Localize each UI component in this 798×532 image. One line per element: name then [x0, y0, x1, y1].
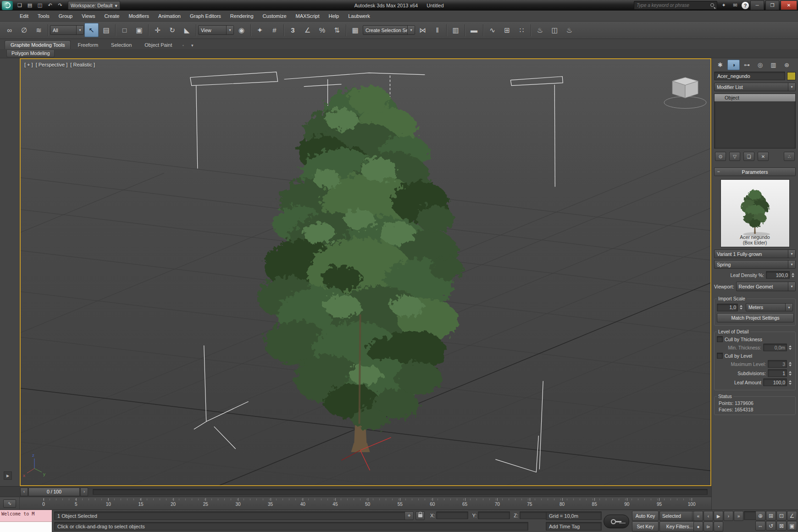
open-file-icon[interactable]: ▤ [25, 1, 34, 10]
search-icon[interactable] [710, 3, 715, 8]
reference-coordinate-dropdown[interactable]: View▾ [198, 25, 234, 35]
show-end-result-icon[interactable]: ▽ [729, 152, 740, 161]
timeline-tick[interactable]: 75 [530, 497, 562, 510]
timeline-tick[interactable]: 45 [335, 497, 368, 510]
create-panel-icon[interactable]: ✱ [714, 60, 726, 70]
workspace-dropdown[interactable]: Workspace: Default ▾ [68, 1, 120, 10]
timeline-tick[interactable]: 55 [400, 497, 432, 510]
time-slider-handle[interactable]: 0 / 100 [28, 488, 80, 496]
variant-dropdown[interactable]: Variant 1 Fully-grown ▾ [714, 249, 796, 258]
zoom-extents-icon[interactable]: ⊡ [776, 511, 787, 521]
maximum-level-field[interactable]: 3 [768, 360, 787, 368]
listener-macro-line[interactable]: Welcome to M [0, 510, 52, 521]
maximize-viewport-icon[interactable]: ▣ [787, 521, 797, 531]
menu-item-group[interactable]: Group [55, 12, 77, 20]
next-key-icon[interactable]: ⊳ [704, 521, 713, 532]
select-and-move-icon[interactable]: ✛ [150, 23, 165, 37]
timeline-tick[interactable]: 5 [76, 497, 109, 510]
subdivisions-field[interactable]: 1 [768, 369, 787, 377]
use-pivot-point-icon[interactable]: ◉ [234, 23, 249, 37]
minimize-button[interactable]: ─ [750, 0, 764, 10]
select-and-scale-icon[interactable]: ◣ [180, 23, 194, 37]
tab-freeform[interactable]: Freeform [72, 40, 104, 49]
hierarchy-panel-icon[interactable]: ⊶ [741, 60, 753, 70]
leaf-amount-field[interactable]: 100,0 [763, 378, 787, 386]
menu-item-customize[interactable]: Customize [259, 12, 291, 20]
viewport-pov-menu[interactable]: [ Perspective ] [36, 62, 68, 67]
x-coordinate-field[interactable] [436, 511, 468, 519]
timeline-tick[interactable]: 50 [368, 497, 400, 510]
keyboard-shortcut-override-icon[interactable]: # [267, 23, 282, 37]
modifier-stack-item[interactable]: Object [715, 94, 795, 101]
maximum-level-spinner[interactable] [789, 362, 793, 366]
maxscript-mini-listener[interactable]: Welcome to M [0, 510, 52, 532]
pan-icon[interactable]: ⇔ [755, 521, 765, 531]
select-and-rotate-icon[interactable]: ↻ [165, 23, 179, 37]
communication-center-icon[interactable]: ✉ [731, 1, 740, 10]
subdivisions-spinner[interactable] [789, 371, 793, 376]
search-input[interactable] [636, 2, 710, 8]
menu-item-edit[interactable]: Edit [16, 12, 33, 20]
select-and-manipulate-icon[interactable]: ✦ [253, 23, 267, 37]
tab-selection[interactable]: Selection [105, 40, 138, 49]
make-unique-icon[interactable]: ❏ [743, 152, 754, 161]
viewcube[interactable] [664, 78, 706, 109]
named-selection-set-dropdown[interactable]: Create Selection Se▾ [363, 25, 415, 35]
tab-object-paint[interactable]: Object Paint [139, 40, 178, 49]
configure-modifier-sets-icon[interactable]: ∴ [784, 152, 795, 161]
leaf-density-field[interactable]: 100,0 [766, 271, 790, 279]
modifier-stack[interactable]: Object [714, 94, 796, 149]
import-scale-spinner[interactable] [740, 305, 744, 310]
time-configuration-icon[interactable]: ◔ [714, 521, 723, 532]
timeline-tick[interactable]: 20 [173, 497, 206, 510]
redo-icon[interactable]: ↷ [55, 1, 65, 10]
save-file-icon[interactable]: ◫ [35, 1, 44, 10]
spinner-snap-icon[interactable]: ⇅ [330, 23, 344, 37]
unlink-selection-icon[interactable]: ∅ [17, 23, 31, 37]
key-mode-toggle-icon[interactable]: ● [693, 521, 703, 532]
curve-editor-icon[interactable]: ∿ [485, 23, 499, 37]
timeline-tick[interactable]: 95 [659, 497, 692, 510]
mirror-icon[interactable]: ⋈ [416, 23, 430, 37]
select-by-name-icon[interactable]: ▤ [99, 23, 113, 37]
align-icon[interactable]: ‖ [430, 23, 444, 37]
utilities-panel-icon[interactable]: ⊛ [781, 60, 793, 70]
menu-item-help[interactable]: Help [325, 12, 344, 20]
zoom-region-icon[interactable]: ⊠ [776, 521, 787, 531]
leaf-amount-spinner[interactable] [789, 380, 793, 385]
time-slider-next-button[interactable]: › [80, 488, 88, 496]
menu-item-tools[interactable]: Tools [33, 12, 54, 20]
favorites-icon[interactable]: ✦ [719, 1, 728, 10]
pin-stack-icon[interactable]: ⊙ [715, 152, 726, 161]
mini-curve-editor-button[interactable]: ∿ [3, 499, 16, 508]
object-name-field[interactable]: Acer_negundo [714, 72, 785, 80]
timeline-tick[interactable]: 60 [432, 497, 465, 510]
modify-panel-icon[interactable]: ◑ [727, 60, 740, 70]
viewport-mode-dropdown[interactable]: Render Geomet ▾ [736, 282, 796, 291]
timeline-tick[interactable]: 25 [205, 497, 238, 510]
modifier-list-dropdown[interactable]: Modifier List ▾ [714, 83, 796, 91]
percent-snap-icon[interactable]: % [315, 23, 329, 37]
render-setup-icon[interactable]: ♨ [533, 23, 547, 37]
set-keys-button[interactable] [604, 515, 629, 528]
help-icon[interactable]: ? [742, 2, 749, 9]
selection-filter-dropdown[interactable]: All▾ [50, 25, 84, 35]
timeline-tick[interactable]: 35 [271, 497, 303, 510]
match-project-settings-button[interactable]: Match Project Settings [717, 313, 794, 322]
select-and-link-icon[interactable]: ∞ [2, 23, 17, 37]
rendered-frame-window-icon[interactable]: ◫ [548, 23, 562, 37]
timeline-tick[interactable]: 70 [497, 497, 530, 510]
select-object-icon[interactable]: ↖ [84, 23, 99, 37]
rectangular-selection-region-icon[interactable]: □ [117, 23, 132, 37]
viewport-layout-arrow-icon[interactable]: ▶ [4, 471, 12, 480]
render-production-icon[interactable]: ♨ [562, 23, 576, 37]
new-scene-icon[interactable]: ❏ [15, 1, 24, 10]
zoom-icon[interactable]: ⊕ [755, 511, 765, 521]
set-key-button[interactable]: Set Key [632, 521, 659, 532]
add-time-tag-field[interactable]: Add Time Tag [546, 522, 602, 531]
units-dropdown[interactable]: Meters ▾ [746, 303, 793, 311]
menu-item-modifiers[interactable]: Modifiers [124, 12, 153, 20]
infocenter-search[interactable] [634, 1, 717, 10]
track-bar[interactable]: ∿ 0 5 10 15 20 25 30 35 40 45 50 55 60 [0, 497, 711, 510]
snap-toggle-icon[interactable]: 3 [286, 23, 300, 37]
